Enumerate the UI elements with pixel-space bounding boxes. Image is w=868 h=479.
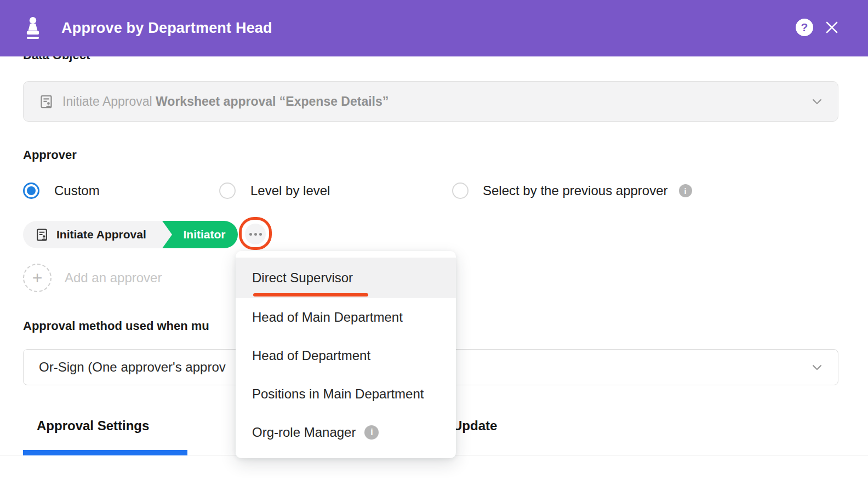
menu-item-head-of-department[interactable]: Head of Department (236, 337, 456, 375)
menu-item-positions-in-main-department[interactable]: Positions in Main Department (236, 375, 456, 413)
approver-chip-role[interactable]: Initiator (162, 221, 238, 248)
form-document-icon (35, 228, 49, 242)
form-document-icon (39, 94, 54, 109)
info-icon: i (679, 184, 692, 197)
tab-update[interactable]: Update (453, 418, 497, 434)
menu-item-direct-supervisor[interactable]: Direct Supervisor (236, 258, 456, 298)
annotation-underline (253, 293, 368, 296)
radio-unselected-icon[interactable] (219, 183, 236, 199)
radio-custom[interactable]: Custom (23, 183, 100, 199)
tab-approval-settings[interactable]: Approval Settings (37, 418, 149, 434)
info-icon: i (364, 425, 379, 440)
approver-label: Approver (23, 148, 77, 162)
approval-node-dialog: Data Object Initiate Approval Worksheet … (0, 0, 868, 479)
help-icon[interactable]: ? (796, 19, 813, 36)
menu-item-org-role-manager[interactable]: Org-role Manager i (236, 413, 456, 452)
approver-type-menu: Direct Supervisor Head of Main Departmen… (236, 251, 456, 458)
add-approver-button[interactable]: + Add an approver (23, 264, 162, 292)
approver-chip-source[interactable]: Initiate Approval (23, 221, 172, 248)
data-object-value: Worksheet approval “Expense Details” (156, 94, 389, 109)
dialog-title: Approve by Department Head (61, 20, 272, 37)
menu-item-head-of-main-department[interactable]: Head of Main Department (236, 298, 456, 337)
close-icon[interactable] (824, 20, 840, 35)
radio-select-by-previous-approver[interactable]: Select by the previous approver i (452, 183, 692, 199)
more-options-button[interactable] (245, 224, 266, 244)
chevron-down-icon (810, 361, 824, 374)
approval-stamp-icon (23, 16, 43, 41)
data-object-select[interactable]: Initiate Approval Worksheet approval “Ex… (23, 81, 838, 122)
chevron-down-icon (810, 95, 824, 108)
data-object-prefix: Initiate Approval (62, 94, 152, 109)
approval-method-label: Approval method used when mu (23, 319, 209, 333)
radio-level-by-level[interactable]: Level by level (219, 183, 330, 199)
plus-icon[interactable]: + (23, 264, 52, 292)
radio-unselected-icon[interactable] (452, 183, 469, 199)
active-tab-indicator (23, 450, 187, 455)
dialog-header: Approve by Department Head ? (0, 0, 868, 56)
radio-selected-icon[interactable] (23, 183, 39, 199)
